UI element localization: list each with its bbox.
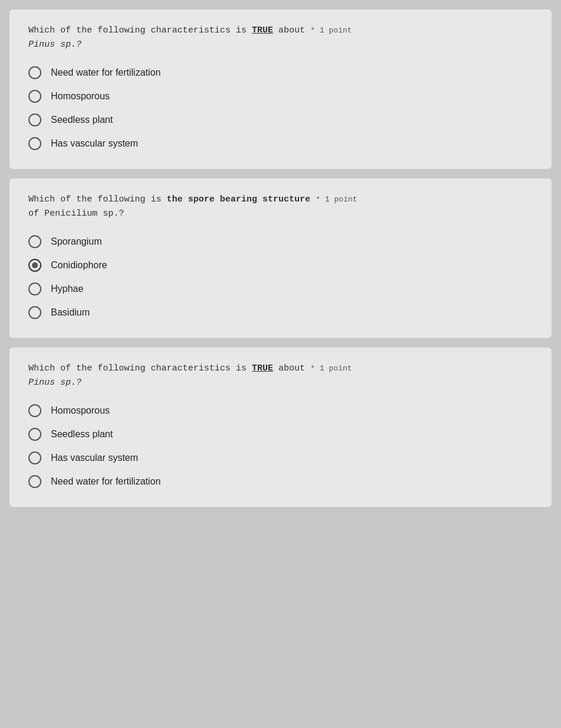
option-label-q2_c: Hyphae [51,284,83,294]
option-item-q2_b[interactable]: Conidiophore [28,259,533,272]
option-item-q3_a[interactable]: Homosporous [28,404,533,417]
option-item-q1_c[interactable]: Seedless plant [28,113,533,126]
option-item-q3_c[interactable]: Has vascular system [28,451,533,464]
option-label-q1_a: Need water for fertilization [51,67,161,78]
question-card-2: Which of the following is the spore bear… [9,178,552,338]
option-label-q2_a: Sporangium [51,236,102,247]
option-label-q3_b: Seedless plant [51,429,113,440]
option-item-q3_d[interactable]: Need water for fertilization [28,475,533,488]
option-item-q2_a[interactable]: Sporangium [28,235,533,248]
prompt-suffix: of Penicilium sp.? [28,209,124,219]
question-card-1: Which of the following characteristics i… [9,9,552,169]
radio-circle-q3_d[interactable] [28,475,41,488]
radio-circle-q2_d[interactable] [28,306,41,319]
option-label-q3_d: Need water for fertilization [51,476,161,487]
prompt-suffix: Pinus sp.? [28,40,82,50]
option-label-q1_b: Homosporous [51,91,110,102]
question-text-1: Which of the following characteristics i… [28,24,533,52]
radio-circle-q1_b[interactable] [28,90,41,103]
option-label-q2_b: Conidiophore [51,260,107,271]
radio-circle-q3_a[interactable] [28,404,41,417]
radio-circle-q1_d[interactable] [28,137,41,150]
prompt-suffix: Pinus sp.? [28,378,82,388]
point-label: * 1 point [310,26,352,35]
option-item-q3_b[interactable]: Seedless plant [28,428,533,441]
option-label-q2_d: Basidium [51,307,90,318]
option-label-q3_a: Homosporous [51,405,110,416]
point-label: * 1 point [316,195,357,204]
option-item-q1_d[interactable]: Has vascular system [28,137,533,150]
radio-circle-q2_a[interactable] [28,235,41,248]
options-list-1: Need water for fertilizationHomosporousS… [28,66,533,150]
questions-container: Which of the following characteristics i… [9,9,552,507]
question-text-3: Which of the following characteristics i… [28,362,533,390]
option-item-q2_d[interactable]: Basidium [28,306,533,319]
radio-circle-q3_b[interactable] [28,428,41,441]
option-label-q3_c: Has vascular system [51,453,138,463]
option-label-q1_c: Seedless plant [51,115,113,125]
radio-circle-q2_b[interactable] [28,259,41,272]
option-item-q1_a[interactable]: Need water for fertilization [28,66,533,79]
point-label: * 1 point [310,364,352,373]
question-text-2: Which of the following is the spore bear… [28,193,533,221]
option-label-q1_d: Has vascular system [51,138,138,149]
option-item-q2_c[interactable]: Hyphae [28,282,533,295]
options-list-2: SporangiumConidiophoreHyphaeBasidium [28,235,533,319]
option-item-q1_b[interactable]: Homosporous [28,90,533,103]
question-card-3: Which of the following characteristics i… [9,347,552,507]
radio-circle-q3_c[interactable] [28,451,41,464]
radio-circle-q1_c[interactable] [28,113,41,126]
bold-keyword: TRUE [252,363,273,373]
radio-circle-q1_a[interactable] [28,66,41,79]
bold-keyword: the spore bearing structure [167,194,310,204]
bold-keyword: TRUE [252,25,273,35]
radio-circle-q2_c[interactable] [28,282,41,295]
options-list-3: HomosporousSeedless plantHas vascular sy… [28,404,533,488]
